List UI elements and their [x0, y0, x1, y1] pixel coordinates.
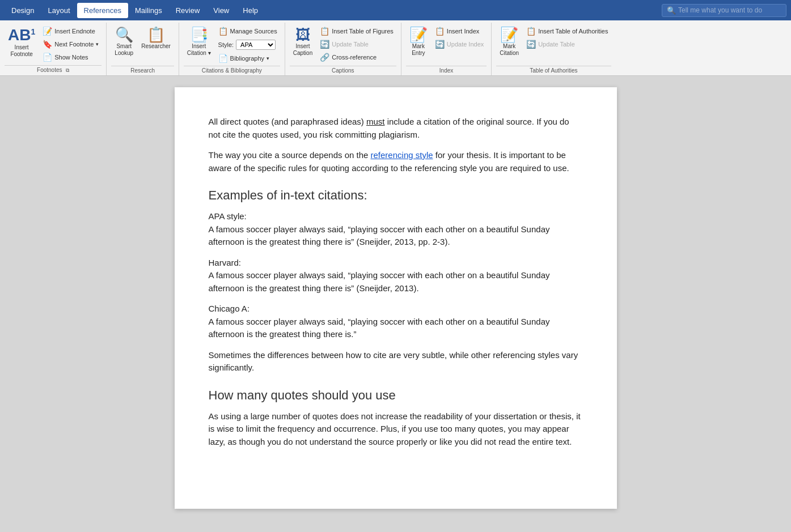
ribbon-group-citations: 📑 InsertCitation ▾ 📋 Manage Sources Styl…	[179, 23, 285, 75]
insert-footnote-label: InsertFootnote	[10, 44, 32, 58]
update-table-toa-button: 🔄 Update Table	[523, 38, 611, 50]
update-index-icon: 🔄	[435, 40, 445, 49]
mark-entry-label: MarkEntry	[412, 43, 425, 57]
next-footnote-label: Next Footnote	[54, 41, 94, 48]
menu-design[interactable]: Design	[5, 3, 41, 18]
doc-area: All direct quotes (and paraphrased ideas…	[0, 76, 791, 520]
index-content: 📝 MarkEntry 📋 Insert Index 🔄 Update Inde…	[406, 25, 487, 65]
index-vertical: 📋 Insert Index 🔄 Update Index	[432, 25, 487, 50]
bibliography-dropdown-icon: ▾	[267, 56, 269, 61]
insert-citation-button[interactable]: 📑 InsertCitation ▾	[184, 25, 214, 59]
insert-footnote-button[interactable]: AB1 InsertFootnote	[5, 25, 39, 60]
ribbon-group-research: 🔍 SmartLookup 📋 Researcher Research	[107, 23, 179, 75]
paragraph-apa: APA style: A famous soccer player always…	[209, 210, 583, 249]
style-label: Style:	[218, 41, 234, 48]
style-select[interactable]: APA Chicago MLA Harvard Vancouver	[236, 40, 276, 50]
style-row: Style: APA Chicago MLA Harvard Vancouver	[215, 38, 280, 52]
update-index-button: 🔄 Update Index	[432, 38, 487, 50]
paragraph-1: All direct quotes (and paraphrased ideas…	[209, 116, 583, 141]
mark-citation-label: MarkCitation	[500, 43, 519, 57]
bibliography-button[interactable]: 📄 Bibliography ▾	[215, 52, 280, 65]
manage-sources-label: Manage Sources	[230, 28, 277, 35]
toa-vertical: 📋 Insert Table of Authorities 🔄 Update T…	[523, 25, 611, 50]
search-bar: 🔍	[662, 4, 786, 17]
cross-reference-button[interactable]: 🔗 Cross-reference	[317, 51, 396, 63]
footnotes-content: AB1 InsertFootnote 📝 Insert Endnote 🔖 Ne…	[5, 25, 101, 64]
footnote-vertical: 📝 Insert Endnote 🔖 Next Footnote ▾ 📄 Sho…	[40, 25, 101, 63]
research-group-label: Research	[111, 66, 174, 75]
ribbon: AB1 InsertFootnote 📝 Insert Endnote 🔖 Ne…	[0, 20, 791, 76]
menu-help[interactable]: Help	[236, 3, 265, 18]
insert-index-label: Insert Index	[447, 28, 479, 35]
search-icon: 🔍	[667, 6, 676, 15]
paragraph-differences: Sometimes the differences between how to…	[209, 349, 583, 374]
insert-caption-icon: 🖼	[295, 27, 310, 42]
insert-index-icon: 📋	[435, 27, 445, 36]
mark-citation-button[interactable]: 📝 MarkCitation	[496, 25, 522, 59]
bibliography-icon: 📄	[218, 54, 228, 63]
endnote-icon: 📝	[43, 27, 52, 36]
insert-endnote-label: Insert Endnote	[54, 28, 95, 35]
paragraph-harvard: Harvard: A famous soccer player always s…	[209, 257, 583, 295]
paragraph-chicago: Chicago A: A famous soccer player always…	[209, 303, 583, 341]
insert-table-of-figures-button[interactable]: 📋 Insert Table of Figures	[317, 25, 396, 37]
insert-toa-button[interactable]: 📋 Insert Table of Authorities	[523, 25, 611, 37]
doc-page[interactable]: All direct quotes (and paraphrased ideas…	[175, 87, 617, 509]
research-content: 🔍 SmartLookup 📋 Researcher	[111, 25, 174, 65]
menu-review[interactable]: Review	[169, 3, 207, 18]
update-table-captions-button: 🔄 Update Table	[317, 38, 396, 50]
update-table-cap-icon: 🔄	[320, 40, 329, 49]
citations-content: 📑 InsertCitation ▾ 📋 Manage Sources Styl…	[184, 25, 280, 65]
update-table-cap-label: Update Table	[332, 41, 369, 48]
footnotes-expand-icon[interactable]: ⧉	[66, 67, 69, 73]
mark-entry-icon: 📝	[409, 27, 428, 42]
footnote-icon: AB1	[8, 27, 35, 43]
mark-entry-button[interactable]: 📝 MarkEntry	[406, 25, 431, 59]
show-notes-icon: 📄	[43, 53, 52, 62]
heading-examples: Examples of in-text citations:	[209, 186, 583, 205]
insert-tof-label: Insert Table of Figures	[332, 28, 394, 35]
ribbon-group-toa: 📝 MarkCitation 📋 Insert Table of Authori…	[492, 23, 615, 75]
manage-sources-icon: 📋	[218, 27, 228, 36]
search-input[interactable]	[678, 6, 780, 14]
insert-citation-icon: 📑	[190, 27, 208, 42]
researcher-icon: 📋	[147, 27, 165, 42]
insert-endnote-button[interactable]: 📝 Insert Endnote	[40, 25, 101, 37]
menu-layout[interactable]: Layout	[41, 3, 77, 18]
smart-lookup-icon: 🔍	[115, 27, 133, 42]
underline-must: must	[366, 117, 385, 126]
insert-caption-label: InsertCaption	[293, 43, 312, 57]
cross-reference-icon: 🔗	[320, 53, 329, 62]
citations-group-label: Citations & Bibliography	[184, 66, 280, 75]
index-group-label: Index	[406, 66, 487, 75]
researcher-label: Researcher	[141, 43, 171, 50]
captions-vertical: 📋 Insert Table of Figures 🔄 Update Table…	[317, 25, 396, 63]
paragraph-how-many: As using a large number of quotes does n…	[209, 410, 583, 449]
next-footnote-icon: 🔖	[43, 40, 52, 49]
toa-content: 📝 MarkCitation 📋 Insert Table of Authori…	[496, 25, 611, 65]
referencing-style-link[interactable]: referencing style	[371, 150, 433, 160]
next-footnote-dropdown-icon: ▾	[96, 41, 99, 47]
insert-toa-icon: 📋	[526, 27, 536, 36]
smart-lookup-button[interactable]: 🔍 SmartLookup	[111, 25, 137, 59]
captions-group-label: Captions	[290, 66, 396, 75]
cross-reference-label: Cross-reference	[332, 54, 377, 61]
update-toa-icon: 🔄	[526, 40, 536, 49]
insert-caption-button[interactable]: 🖼 InsertCaption	[290, 25, 316, 59]
manage-sources-button[interactable]: 📋 Manage Sources	[215, 25, 280, 37]
heading-how-many: How many quotes should you use	[209, 386, 583, 405]
menu-references[interactable]: References	[77, 3, 128, 18]
next-footnote-button[interactable]: 🔖 Next Footnote ▾	[40, 38, 101, 50]
researcher-button[interactable]: 📋 Researcher	[138, 25, 174, 52]
menu-bar: Design Layout References Mailings Review…	[0, 0, 791, 20]
smart-lookup-label: SmartLookup	[115, 43, 133, 57]
update-index-label: Update Index	[447, 41, 484, 48]
citations-vertical: 📋 Manage Sources Style: APA Chicago MLA …	[215, 25, 280, 65]
menu-view[interactable]: View	[206, 3, 236, 18]
insert-index-button[interactable]: 📋 Insert Index	[432, 25, 487, 37]
menu-mailings[interactable]: Mailings	[128, 3, 169, 18]
paragraph-2: The way you cite a source depends on the…	[209, 149, 583, 175]
captions-content: 🖼 InsertCaption 📋 Insert Table of Figure…	[290, 25, 396, 65]
show-notes-button[interactable]: 📄 Show Notes	[40, 51, 101, 63]
toa-group-label: Table of Authorities	[496, 66, 611, 75]
